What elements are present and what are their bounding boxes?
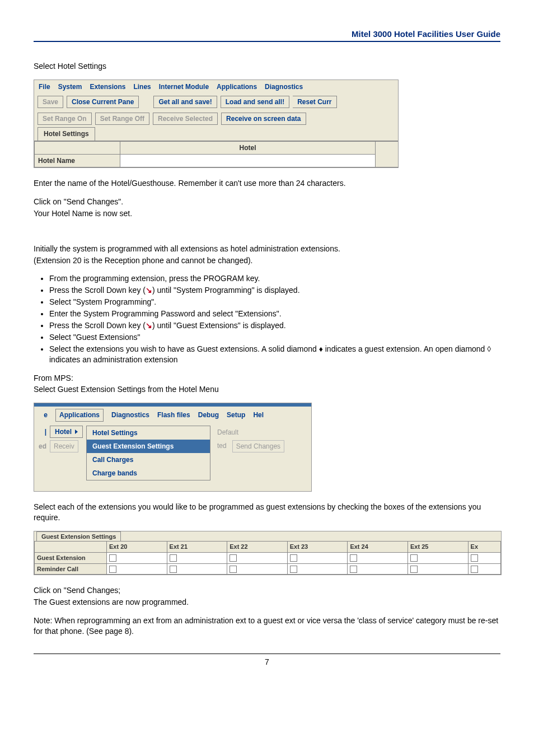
menu-system[interactable]: System — [58, 82, 82, 91]
checkbox-icon[interactable] — [170, 554, 177, 562]
text-click-send-changes: Click on "Send Changes". — [34, 197, 500, 207]
checkbox-icon[interactable] — [290, 566, 297, 573]
checkbox-icon[interactable] — [350, 554, 357, 562]
checkbox-icon[interactable] — [229, 566, 237, 573]
text-enter-hotel-name: Enter the name of the Hotel/Guesthouse. … — [34, 178, 500, 189]
instruction-item: Press the Scroll Down key (↘) until "Gue… — [49, 320, 500, 331]
receive-selected-button: Receive Selected — [153, 113, 218, 125]
text-select-hotel-settings: Select Hotel Settings — [34, 61, 500, 72]
checkbox-icon[interactable] — [170, 566, 177, 573]
menu-applications-2[interactable]: Applications — [55, 409, 104, 421]
text-select-each-ext: Select each of the extensions you would … — [34, 502, 500, 523]
checkbox-icon[interactable] — [471, 566, 478, 573]
menu-diagnostics-2[interactable]: Diagnostics — [111, 410, 149, 419]
ext-checkbox-cell[interactable] — [468, 552, 500, 563]
ext-checkbox-cell[interactable] — [167, 563, 227, 575]
get-all-save-button[interactable]: Get all and save! — [153, 96, 217, 108]
hotel-menu-button[interactable]: Hotel — [50, 426, 83, 438]
instruction-item: Select "System Programming". — [49, 297, 500, 307]
menubar: File System Extensions Lines Internet Mo… — [34, 80, 398, 94]
menu-extensions[interactable]: Extensions — [90, 82, 125, 91]
ext-checkbox-cell[interactable] — [468, 563, 500, 575]
ext-column-header: Ext 24 — [348, 541, 408, 552]
menu-hel-fragment: Hel — [253, 410, 264, 419]
ext-checkbox-cell[interactable] — [287, 563, 348, 575]
menu-lines[interactable]: Lines — [133, 82, 151, 91]
receive-on-screen-data-button[interactable]: Receive on screen data — [221, 113, 306, 125]
menu-internet-module[interactable]: Internet Module — [159, 82, 209, 91]
ext-checkbox-cell[interactable] — [407, 552, 468, 563]
text-ext20-reception: (Extension 20 is the Reception phone and… — [34, 255, 500, 266]
screenshot-guest-extension-table: Guest Extension Settings Ext 20Ext 21Ext… — [34, 531, 502, 575]
checkbox-icon[interactable] — [410, 566, 418, 573]
menu-setup[interactable]: Setup — [227, 410, 245, 419]
submenu-hotel-settings[interactable]: Hotel Settings — [87, 426, 210, 440]
menu-file[interactable]: File — [39, 82, 50, 91]
menu-fragment-bar: | — [38, 427, 46, 436]
menu-applications[interactable]: Applications — [217, 82, 257, 91]
menu-debug[interactable]: Debug — [198, 410, 219, 419]
guest-extension-settings-tab[interactable]: Guest Extension Settings — [36, 531, 121, 541]
text-initially: Initially the system is programmed with … — [34, 244, 500, 254]
hotel-name-label: Hotel Name — [34, 155, 120, 167]
submenu-charge-bands[interactable]: Charge bands — [87, 466, 210, 480]
checkbox-icon[interactable] — [350, 566, 357, 573]
set-range-on-button: Set Range On — [38, 113, 92, 125]
screenshot-hotel-settings-toolbar: File System Extensions Lines Internet Mo… — [34, 80, 399, 168]
ext-checkbox-cell[interactable] — [287, 552, 348, 563]
page-footer: 7 — [34, 654, 500, 666]
fragment-ed: ed — [38, 442, 46, 451]
reset-curr-button[interactable]: Reset Curr — [293, 96, 336, 108]
save-button: Save — [38, 96, 63, 108]
instruction-item: Enter the System Programming Password an… — [49, 309, 500, 319]
checkbox-icon[interactable] — [109, 566, 116, 573]
instruction-item: Select the extensions you wish to have a… — [49, 344, 500, 365]
close-current-pane-button[interactable]: Close Current Pane — [67, 96, 139, 108]
chevron-right-icon — [75, 430, 78, 434]
screenshot-hotel-menu-popup: e Applications Diagnostics Flash files D… — [34, 403, 312, 492]
hotel-name-input[interactable] — [120, 155, 376, 167]
instruction-list: From the programming extension, press th… — [34, 273, 500, 365]
ext-checkbox-cell[interactable] — [227, 563, 288, 575]
checkbox-icon[interactable] — [471, 554, 478, 562]
text-select-guest-ext-menu: Select Guest Extension Settings from the… — [34, 384, 500, 395]
ext-checkbox-cell[interactable] — [348, 552, 408, 563]
hotel-settings-tab[interactable]: Hotel Settings — [38, 127, 95, 140]
text-click-send-changes-2: Click on "Send Changes; — [34, 585, 500, 596]
checkbox-icon[interactable] — [290, 554, 297, 562]
menu-diagnostics[interactable]: Diagnostics — [265, 82, 303, 91]
text-guest-ext-programmed: The Guest extensions are now programmed. — [34, 597, 500, 608]
set-range-off-button: Set Range Off — [95, 113, 149, 125]
row-label: Guest Extension — [35, 552, 107, 563]
hotel-column-header: Hotel — [120, 141, 376, 155]
ext-checkbox-cell[interactable] — [107, 563, 167, 575]
receiv-fragment-button: Receiv — [50, 440, 78, 452]
ext-checkbox-cell[interactable] — [407, 563, 468, 575]
ext-checkbox-cell[interactable] — [348, 563, 408, 575]
instruction-item: From the programming extension, press th… — [49, 273, 500, 284]
submenu-call-charges[interactable]: Call Charges — [87, 453, 210, 466]
hotel-submenu: Hotel Settings Guest Extension Settings … — [86, 426, 210, 481]
ext-column-header: Ext 22 — [227, 541, 288, 552]
guest-extension-table: Ext 20Ext 21Ext 22Ext 23Ext 24Ext 25Ex G… — [34, 541, 501, 575]
row-label: Reminder Call — [35, 563, 107, 575]
text-from-mps: From MPS: — [34, 373, 500, 384]
ghost-ted: ted — [214, 440, 230, 452]
checkbox-icon[interactable] — [410, 554, 418, 562]
ext-column-header: Ext 23 — [287, 541, 348, 552]
menu-fragment-e: e — [39, 410, 48, 419]
ext-checkbox-cell[interactable] — [107, 552, 167, 563]
text-note-reprogramming: Note: When reprogramming an ext from an … — [34, 615, 500, 637]
hotel-menu-label: Hotel — [55, 427, 72, 436]
ghost-send-changes: Send Changes — [232, 440, 284, 452]
submenu-guest-extension-settings[interactable]: Guest Extension Settings — [87, 440, 210, 453]
ext-column-header: Ext 25 — [407, 541, 468, 552]
page-header: Mitel 3000 Hotel Facilities User Guide — [34, 29, 500, 42]
ext-checkbox-cell[interactable] — [167, 552, 227, 563]
load-send-all-button[interactable]: Load and send all! — [221, 96, 289, 108]
menu-flash-files[interactable]: Flash files — [157, 410, 190, 419]
ghost-default: Default — [214, 427, 284, 438]
checkbox-icon[interactable] — [109, 554, 116, 562]
checkbox-icon[interactable] — [229, 554, 237, 562]
ext-checkbox-cell[interactable] — [227, 552, 288, 563]
